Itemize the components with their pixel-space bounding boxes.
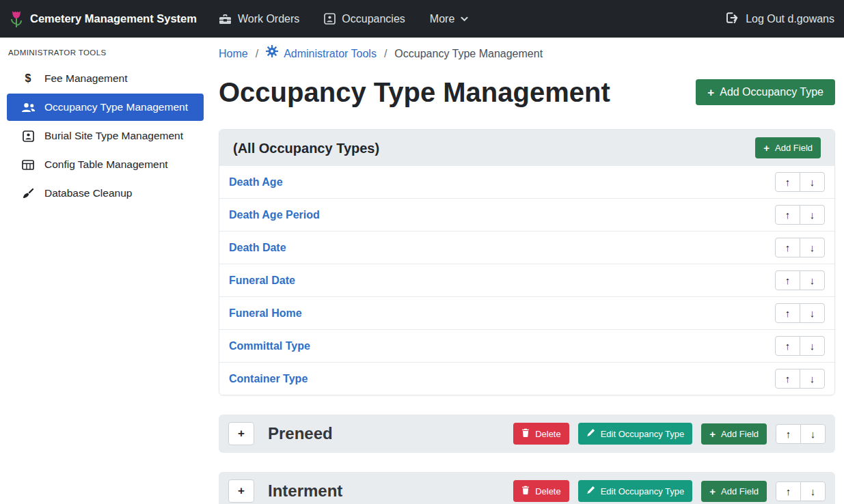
arrow-down-icon: ↓: [810, 341, 815, 351]
delete-button[interactable]: Delete: [513, 480, 569, 502]
add-field-button[interactable]: + Add Field: [701, 481, 767, 502]
logout-icon: [726, 12, 739, 26]
delete-button[interactable]: Delete: [513, 423, 569, 445]
field-row: Committal Type ↑ ↓: [219, 329, 834, 362]
sidebar-item-label: Burial Site Type Management: [44, 128, 183, 144]
add-field-button[interactable]: + Add Field: [701, 423, 767, 445]
move-down-button[interactable]: ↓: [800, 424, 826, 444]
reorder-buttons: ↑ ↓: [775, 336, 825, 356]
move-down-button[interactable]: ↓: [800, 205, 825, 225]
edit-label: Edit Occupancy Type: [601, 486, 685, 496]
sidebar-item-label: Database Cleanup: [44, 185, 132, 201]
field-link[interactable]: Death Date: [229, 242, 286, 254]
edit-occupancy-type-button[interactable]: Edit Occupancy Type: [578, 423, 693, 445]
move-up-button[interactable]: ↑: [775, 303, 800, 323]
occupancy-type-section-preneed: + Preneed Delete: [219, 415, 835, 453]
move-down-button[interactable]: ↓: [800, 172, 825, 192]
section-actions: Delete Edit Occupancy Type + Add Field ↑: [513, 480, 826, 502]
sidebar-item-label: Config Table Management: [44, 156, 168, 173]
plus-icon: +: [238, 427, 245, 440]
move-up-button[interactable]: ↑: [775, 336, 800, 356]
delete-label: Delete: [535, 486, 561, 496]
sidebar-header: Administrator Tools: [0, 44, 210, 64]
logout-button[interactable]: Log Out d.gowans: [726, 12, 834, 26]
move-up-button[interactable]: ↑: [776, 424, 801, 444]
edit-occupancy-type-button[interactable]: Edit Occupancy Type: [578, 480, 693, 502]
sidebar-item-database-cleanup[interactable]: Database Cleanup: [7, 180, 204, 207]
nav-occupancies[interactable]: Occupancies: [324, 13, 405, 25]
arrow-down-icon: ↓: [810, 308, 815, 318]
add-field-button[interactable]: + Add Field: [755, 137, 821, 158]
delete-label: Delete: [535, 429, 561, 439]
field-link[interactable]: Death Age Period: [229, 209, 320, 221]
arrow-down-icon: ↓: [811, 486, 816, 496]
breadcrumb: Home /: [219, 45, 835, 62]
field-row: Death Age Period ↑ ↓: [219, 198, 834, 231]
move-down-button[interactable]: ↓: [800, 238, 825, 257]
trash-icon: [521, 486, 530, 496]
section-name: Interment: [268, 481, 342, 501]
move-down-button[interactable]: ↓: [800, 369, 825, 389]
plus-icon: +: [238, 484, 245, 498]
top-navbar: Cemetery Management System Work Orders: [0, 0, 844, 38]
move-down-button[interactable]: ↓: [800, 270, 825, 290]
app-brand[interactable]: Cemetery Management System: [10, 10, 197, 28]
person-frame-icon: [21, 130, 36, 142]
reorder-buttons: ↑ ↓: [775, 172, 825, 192]
field-link[interactable]: Death Age: [229, 176, 283, 188]
arrow-up-icon: ↑: [785, 374, 791, 384]
trash-icon: [521, 428, 530, 439]
logout-label: Log Out d.gowans: [746, 13, 834, 25]
expand-button[interactable]: +: [228, 479, 254, 503]
reorder-buttons: ↑ ↓: [775, 303, 825, 323]
expand-button[interactable]: +: [228, 422, 254, 445]
reorder-buttons: ↑ ↓: [776, 424, 826, 444]
reorder-buttons: ↑ ↓: [776, 481, 826, 501]
tulip-logo-icon: [10, 10, 23, 28]
field-link[interactable]: Funeral Date: [229, 275, 295, 287]
nav-work-orders[interactable]: Work Orders: [219, 13, 299, 25]
field-row: Death Age ↑ ↓: [219, 166, 834, 198]
arrow-up-icon: ↑: [785, 341, 791, 351]
sidebar-item-burial-site-type-management[interactable]: Burial Site Type Management: [7, 122, 204, 150]
move-up-button[interactable]: ↑: [776, 481, 801, 501]
move-down-button[interactable]: ↓: [800, 336, 825, 356]
section-name: Preneed: [268, 424, 333, 443]
field-link[interactable]: Committal Type: [229, 340, 310, 352]
move-up-button[interactable]: ↑: [775, 172, 800, 192]
add-occupancy-type-button[interactable]: + Add Occupancy Type: [696, 79, 835, 105]
add-field-label: Add Field: [775, 143, 813, 153]
field-link[interactable]: Funeral Home: [229, 307, 302, 320]
field-row: Funeral Date ↑ ↓: [219, 264, 834, 296]
nav-work-orders-label: Work Orders: [238, 13, 299, 25]
move-down-button[interactable]: ↓: [800, 481, 826, 501]
broom-icon: [21, 188, 36, 199]
plus-icon: +: [763, 143, 770, 153]
sidebar: Administrator Tools $ Fee Management Occ…: [0, 38, 210, 504]
page-title: Occupancy Type Management: [219, 76, 610, 109]
move-up-button[interactable]: ↑: [775, 369, 800, 389]
move-up-button[interactable]: ↑: [775, 270, 800, 290]
move-down-button[interactable]: ↓: [800, 303, 825, 323]
sidebar-item-config-table-management[interactable]: Config Table Management: [7, 151, 204, 178]
field-link[interactable]: Container Type: [229, 373, 308, 385]
move-up-button[interactable]: ↑: [775, 238, 800, 257]
breadcrumb-home-link[interactable]: Home: [219, 46, 248, 62]
reorder-buttons: ↑ ↓: [775, 369, 825, 389]
dollar-icon: $: [21, 70, 36, 87]
main-content: Home /: [210, 38, 844, 504]
breadcrumb-current: Occupancy Type Management: [394, 46, 543, 62]
sidebar-item-fee-management[interactable]: $ Fee Management: [7, 65, 204, 92]
plus-icon: +: [709, 486, 716, 496]
arrow-up-icon: ↑: [785, 308, 791, 318]
edit-label: Edit Occupancy Type: [601, 429, 685, 439]
breadcrumb-separator: /: [384, 46, 387, 62]
move-up-button[interactable]: ↑: [775, 205, 800, 225]
sidebar-item-label: Fee Management: [44, 70, 128, 87]
nav-more[interactable]: More: [430, 13, 468, 25]
breadcrumb-admin-tools-link[interactable]: Administrator Tools: [266, 45, 377, 62]
reorder-buttons: ↑ ↓: [775, 238, 825, 257]
field-row: Funeral Home ↑ ↓: [219, 296, 834, 329]
field-row: Death Date ↑ ↓: [219, 231, 834, 264]
sidebar-item-occupancy-type-management[interactable]: Occupancy Type Management: [7, 94, 204, 121]
